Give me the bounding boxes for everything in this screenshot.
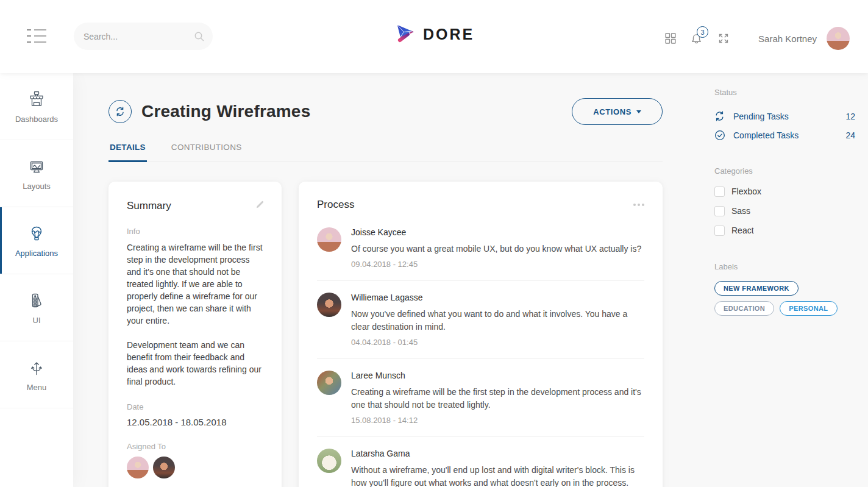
notifications-bell-icon[interactable]: 3 [691,33,702,44]
category-label: React [731,226,754,235]
top-header: DORE 3 Sarah Kortney [0,0,868,73]
actions-dropdown-button[interactable]: ACTIONS [572,98,663,125]
entry-avatar[interactable] [317,293,341,317]
app-logo[interactable]: DORE [394,23,474,45]
process-entry: Williemae Lagasse Now you've defined wha… [317,281,644,359]
notification-count-badge: 3 [697,26,708,38]
info-paragraph: Development team and we can benefit from… [127,339,263,388]
entry-date: 09.04.2018 - 12:45 [351,260,641,269]
left-sidebar: Dashboards Layouts Applications [0,73,73,487]
storefront-icon [27,90,46,109]
process-card: Process Joisse Kaycee Of course you want… [299,182,663,487]
label-badge[interactable]: EDUCATION [714,301,774,316]
entry-avatar[interactable] [317,227,341,252]
date-value: 12.05.2018 - 18.05.2018 [127,417,263,427]
entry-message: Without a wireframe, you'll end up lost … [351,464,644,487]
sidebar-item-applications[interactable]: Applications [0,207,73,274]
sidebar-item-layouts[interactable]: Layouts [0,140,73,207]
status-section-label: Status [714,88,855,97]
tab-contributions[interactable]: CONTRIBUTIONS [170,143,243,161]
sidebar-item-label: Applications [15,249,58,258]
chevron-down-icon [636,110,641,113]
category-label: Sass [731,206,750,216]
entry-author: Williemae Lagasse [351,293,644,302]
fullscreen-icon[interactable] [718,33,729,44]
edit-pencil-icon[interactable] [255,200,265,209]
search-bar[interactable] [74,23,213,50]
label-badge[interactable]: PERSONAL [780,301,837,316]
actions-button-label: ACTIONS [593,107,631,116]
panel-label-badges: NEW FRAMEWORK EDUCATION PERSONAL [714,281,855,316]
sidebar-item-ui[interactable]: UI [0,274,73,341]
checkbox-unchecked[interactable] [714,206,725,216]
logo-text: DORE [423,26,474,43]
tab-bar: DETAILS CONTRIBUTIONS [108,143,663,162]
process-entry: Joisse Kaycee Of course you want a great… [317,216,644,281]
checkbox-unchecked[interactable] [714,187,725,197]
page-title: Creating Wireframes [141,102,310,121]
trident-arrows-icon [27,358,46,377]
entry-message: Creating a wireframe will be the first s… [351,386,644,411]
process-entries: Joisse Kaycee Of course you want a great… [317,216,644,487]
assignee-avatar[interactable] [153,457,175,478]
user-name[interactable]: Sarah Kortney [758,34,817,44]
date-label: Date [127,402,263,411]
sidebar-item-label: Dashboards [15,115,58,124]
sidebar-item-label: Layouts [23,182,51,191]
assignee-avatar[interactable] [127,457,149,478]
refresh-icon[interactable] [108,100,132,123]
assignee-avatars [127,457,263,478]
entry-date: 15.08.2018 - 14:12 [351,416,644,425]
more-options-icon[interactable] [633,201,644,208]
category-checkboxes: Flexbox Sass React [714,182,855,240]
sidebar-item-menu[interactable]: Menu [0,341,73,408]
summary-card: Summary Info Creating a wireframe will b… [108,182,282,487]
status-value: 24 [845,130,855,140]
entry-avatar[interactable] [317,449,341,473]
entry-message: Now you've defined what you want to do a… [351,308,644,333]
status-label: Completed Tasks [733,130,845,140]
search-icon[interactable] [194,31,205,42]
logo-gem-icon [394,23,417,45]
checkbox-unchecked[interactable] [714,226,725,236]
process-entry: Laree Munsch Creating a wireframe will b… [317,359,644,437]
search-input[interactable] [84,32,194,41]
process-card-title: Process [317,199,354,211]
user-avatar[interactable] [827,27,850,50]
monitor-icon [27,157,46,176]
apps-grid-icon[interactable] [665,33,676,44]
right-panel: Status Pending Tasks 12 Completed Tasks … [714,73,855,316]
status-value: 12 [845,112,855,121]
entry-avatar[interactable] [317,371,341,395]
info-label: Info [127,227,263,236]
summary-card-title: Summary [127,200,263,212]
entry-author: Laree Munsch [351,371,644,380]
status-label: Pending Tasks [733,112,845,121]
category-row[interactable]: React [714,221,855,240]
entry-message: Of course you want a great mobile UX, bu… [351,243,641,255]
entry-date: 04.04.2018 - 01:45 [351,338,644,347]
labels-section-label: Labels [714,262,855,271]
sidebar-item-label: UI [33,316,41,325]
entry-author: Joisse Kaycee [351,227,641,237]
status-row-pending[interactable]: Pending Tasks 12 [714,107,855,126]
main-content: Creating Wireframes ACTIONS DETAILS CONT… [108,73,663,487]
categories-section-label: Categories [714,166,855,176]
category-label: Flexbox [731,187,761,196]
entry-author: Latarsha Gama [351,449,644,458]
sidebar-item-label: Menu [27,383,47,392]
process-entry: Latarsha Gama Without a wireframe, you'l… [317,437,644,487]
pending-sync-icon [714,111,726,121]
assigned-label: Asigned To [127,442,263,451]
sidebar-toggle-icon[interactable] [27,28,48,44]
hot-air-balloon-icon [27,224,46,243]
category-row[interactable]: Sass [714,201,855,221]
color-swatches-icon [27,291,46,310]
tab-details[interactable]: DETAILS [108,143,147,162]
label-badge[interactable]: NEW FRAMEWORK [714,281,799,296]
sidebar-item-dashboards[interactable]: Dashboards [0,73,73,140]
info-paragraph: Creating a wireframe will be the first s… [127,241,263,327]
status-row-completed[interactable]: Completed Tasks 24 [714,126,855,144]
check-circle-icon [714,130,726,141]
category-row[interactable]: Flexbox [714,182,855,201]
